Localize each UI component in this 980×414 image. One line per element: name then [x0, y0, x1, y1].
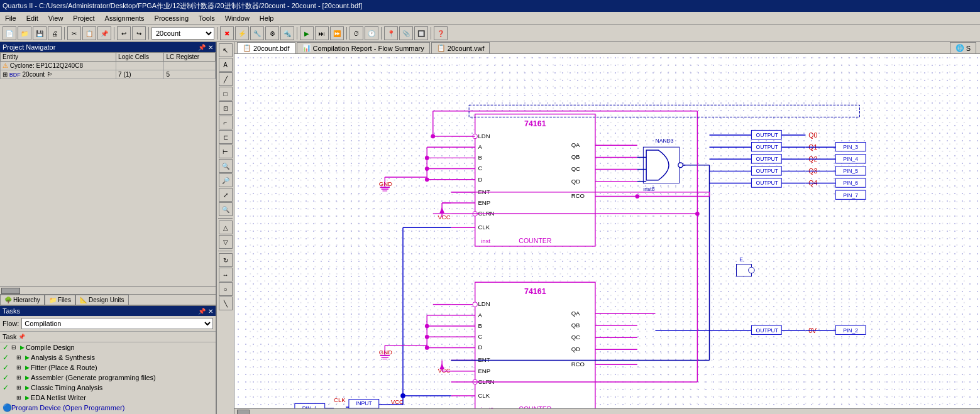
nav-close-btn[interactable]: ✕ [208, 44, 213, 51]
tab-bdf[interactable]: 📋 20count.bdf [237, 42, 295, 53]
text-tool[interactable]: A [219, 58, 233, 72]
h-scroll-track[interactable] [250, 410, 980, 415]
expand-btn[interactable]: ⊟ [11, 344, 19, 351]
svg-text:PIN_7: PIN_7 [843, 192, 858, 199]
run-btn[interactable]: ▶ [300, 26, 314, 40]
pin-btn[interactable]: 📍 [384, 26, 398, 40]
tool1-btn[interactable]: ⚡ [235, 26, 249, 40]
rotate-tool[interactable]: ↻ [219, 253, 233, 267]
flow-select[interactable]: Compilation [21, 318, 213, 329]
bus-tool[interactable]: ⊏ [219, 130, 233, 144]
symbol-tool[interactable]: ⊡ [219, 101, 233, 115]
zoom-out-tool[interactable]: 🔎 [219, 173, 233, 187]
new-btn[interactable]: 📄 [3, 26, 16, 40]
task-fitter[interactable]: ✓ ⊞ ▶ Fitter (Place & Route) [0, 362, 216, 373]
expand-btn[interactable]: ⊞ [16, 364, 24, 371]
svg-text:CLK: CLK [478, 392, 490, 399]
redo-btn[interactable]: ↪ [132, 26, 146, 40]
nav-scrollbar[interactable] [0, 286, 216, 294]
fast-btn[interactable]: ⏩ [330, 26, 344, 40]
expand-btn[interactable]: ⊞ [16, 354, 24, 361]
tool2-btn[interactable]: 🔧 [250, 26, 264, 40]
menu-item-assignments[interactable]: Assignments [100, 13, 150, 23]
svg-text:A: A [478, 312, 482, 319]
tasks-pin-btn[interactable]: 📌 [198, 308, 206, 315]
print-btn[interactable]: 🖨 [48, 26, 62, 40]
design-icon: 📐 [80, 297, 87, 303]
sep7 [381, 27, 382, 40]
svg-point-163 [425, 324, 429, 329]
diag-line-tool[interactable]: ╲ [219, 297, 233, 310]
task-label: Compile Design [26, 344, 75, 351]
task-eda[interactable]: ✓ ⊞ ▶ EDA Netlist Writer [0, 393, 216, 403]
up-scroll[interactable]: △ [219, 221, 233, 234]
wire-tool[interactable]: ⌐ [219, 116, 233, 129]
cut-btn[interactable]: ✂ [67, 26, 81, 40]
expand-icon[interactable]: ⊞ [3, 71, 8, 78]
entity-logic: 7 (1) [116, 70, 164, 79]
down-scroll[interactable]: ▽ [219, 235, 233, 249]
task-assembler[interactable]: ✓ ⊞ ▶ Assembler (Generate programming fi… [0, 373, 216, 383]
tab-hierarchy[interactable]: 🌳 Hierarchy [0, 295, 45, 305]
flip-tool[interactable]: ↔ [219, 268, 233, 281]
select-tool[interactable]: ↖ [219, 43, 233, 57]
entity-combo[interactable]: 20count [151, 27, 214, 40]
svg-text:LDN: LDN [478, 133, 490, 139]
menu-item-file[interactable]: File [0, 13, 21, 23]
menu-item-project[interactable]: Project [68, 13, 99, 23]
chip-btn[interactable]: 🔲 [414, 26, 428, 40]
nav-pin-btn[interactable]: 📌 [198, 44, 206, 51]
tab-design-units[interactable]: 📐 Design Units [75, 295, 129, 305]
tab-extra[interactable]: 🌐 S [950, 42, 976, 53]
step-btn[interactable]: ⏭ [315, 26, 329, 40]
zoom-in-tool[interactable]: 🔍 [219, 159, 233, 173]
timer1-btn[interactable]: ⏱ [350, 26, 363, 40]
menu-item-processing[interactable]: Processing [150, 13, 194, 23]
tab-report[interactable]: 📊 Compilation Report - Flow Summary [297, 42, 430, 53]
tool3-btn[interactable]: ⚙ [265, 26, 279, 40]
svg-text:INPUT: INPUT [356, 400, 373, 406]
h-scrollbar[interactable] [234, 408, 980, 414]
help-btn[interactable]: ❓ [434, 26, 448, 40]
h-scroll-thumb[interactable] [237, 410, 250, 415]
sep2 [114, 27, 114, 40]
task-program[interactable]: 🔵 Program Device (Open Programmer) [0, 403, 216, 413]
tab-files[interactable]: 📁 Files [45, 295, 75, 305]
task-compile-design[interactable]: ✓ ⊟ ▶ Compile Design [0, 342, 216, 352]
fit-tool[interactable]: ⤢ [219, 188, 233, 202]
undo-btn[interactable]: ↩ [117, 26, 131, 40]
table-row: ⊞ BDF 20count 🏳 7 (1) 5 [1, 70, 216, 79]
play-icon: ▶ [25, 374, 30, 381]
menu-item-view[interactable]: View [43, 13, 69, 23]
menu-item-help[interactable]: Help [255, 13, 279, 23]
line-tool[interactable]: ╱ [219, 72, 233, 86]
tasks-close-btn[interactable]: ✕ [208, 308, 213, 315]
scroll-thumb[interactable] [1, 288, 20, 294]
port-tool[interactable]: ⊢ [219, 144, 233, 158]
expand-btn[interactable]: ⊞ [16, 395, 24, 401]
paste-btn[interactable]: 📌 [97, 26, 111, 40]
save-btn[interactable]: 💾 [33, 26, 47, 40]
assign-btn[interactable]: 📎 [399, 26, 413, 40]
expand-btn[interactable]: ⊞ [16, 384, 24, 391]
svg-point-164 [425, 335, 429, 339]
svg-text:74161: 74161 [524, 287, 546, 296]
circuit-canvas[interactable]: 74161 COUNTER inst LDN A [234, 54, 980, 408]
tool4-btn[interactable]: 🔩 [280, 26, 294, 40]
timer2-btn[interactable]: 🕐 [365, 26, 378, 40]
menu-item-window[interactable]: Window [220, 13, 255, 23]
expand-btn[interactable]: ⊞ [16, 374, 24, 381]
task-timing[interactable]: ✓ ⊞ ▶ Classic Timing Analysis [0, 383, 216, 393]
open-btn[interactable]: 📁 [18, 26, 31, 40]
menu-item-edit[interactable]: Edit [21, 13, 43, 23]
find-tool[interactable]: 🔍 [219, 202, 233, 216]
circle-tool[interactable]: ○ [219, 282, 233, 296]
task-analysis[interactable]: ✓ ⊞ ▶ Analysis & Synthesis [0, 352, 216, 362]
tab-vwf[interactable]: 📋 20count.vwf [431, 42, 490, 53]
rect-tool[interactable]: □ [219, 87, 233, 101]
tab-design-label: Design Units [89, 297, 124, 303]
copy-btn[interactable]: 📋 [82, 26, 96, 40]
compile-btn[interactable]: ✖ [220, 26, 234, 40]
svg-point-150 [425, 166, 429, 171]
menu-item-tools[interactable]: Tools [194, 13, 220, 23]
